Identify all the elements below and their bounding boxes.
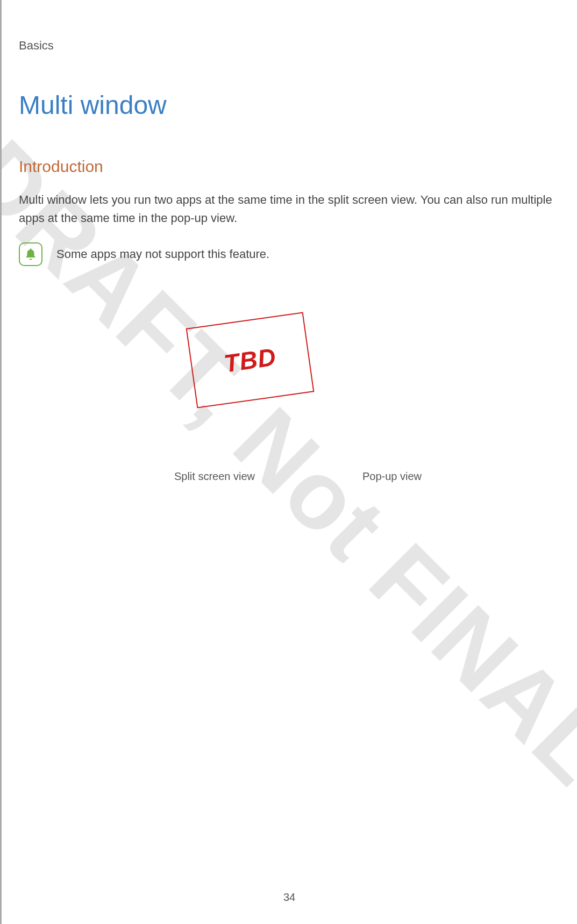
intro-paragraph: Multi window lets you run two apps at th…: [19, 191, 567, 227]
note-text: Some apps may not support this feature.: [56, 247, 269, 261]
figure-placeholder: TBD: [19, 298, 577, 470]
page-container: Basics Multi window Introduction Multi w…: [0, 0, 577, 924]
bell-icon: [19, 242, 42, 266]
section-subtitle: Introduction: [19, 157, 577, 176]
page-title: Multi window: [19, 90, 577, 120]
caption-split-screen: Split screen view: [174, 470, 255, 483]
page-number: 34: [283, 891, 295, 904]
note-row: Some apps may not support this feature.: [19, 242, 577, 266]
figure-captions: Split screen view Pop-up view: [19, 470, 577, 483]
caption-popup: Pop-up view: [362, 470, 422, 483]
tbd-label: TBD: [222, 342, 278, 378]
section-header: Basics: [19, 39, 577, 53]
tbd-box: TBD: [186, 312, 315, 409]
